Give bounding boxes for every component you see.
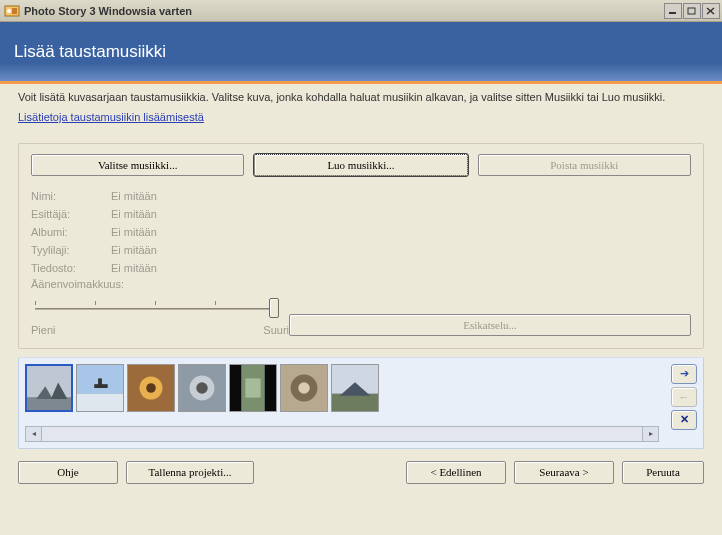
move-right-button[interactable]: ➔ bbox=[671, 364, 697, 384]
scroll-right-button[interactable]: ▸ bbox=[642, 427, 658, 441]
thumbnail[interactable] bbox=[76, 364, 124, 412]
move-left-button: ← bbox=[671, 387, 697, 407]
meta-artist-value: Ei mitään bbox=[111, 208, 691, 220]
back-button[interactable]: < Edellinen bbox=[406, 461, 506, 484]
meta-genre-label: Tyylilaji: bbox=[31, 244, 111, 256]
meta-name-label: Nimi: bbox=[31, 190, 111, 202]
thumbnail[interactable] bbox=[178, 364, 226, 412]
svg-rect-14 bbox=[98, 378, 102, 388]
delete-button[interactable]: ✕ bbox=[671, 410, 697, 430]
meta-genre-value: Ei mitään bbox=[111, 244, 691, 256]
cancel-button[interactable]: Peruuta bbox=[622, 461, 704, 484]
wizard-nav: Ohje Tallenna projekti... < Edellinen Se… bbox=[0, 449, 722, 496]
meta-name-value: Ei mitään bbox=[111, 190, 691, 202]
arrow-left-icon: ← bbox=[679, 391, 690, 403]
close-button[interactable] bbox=[702, 3, 720, 19]
meta-file-value: Ei mitään bbox=[111, 262, 691, 274]
svg-point-17 bbox=[146, 383, 156, 393]
meta-file-label: Tiedosto: bbox=[31, 262, 111, 274]
thumbnail[interactable] bbox=[331, 364, 379, 412]
save-project-button[interactable]: Tallenna projekti... bbox=[126, 461, 254, 484]
meta-album-label: Albumi: bbox=[31, 226, 111, 238]
metadata-grid: Nimi: Ei mitään Esittäjä: Ei mitään Albu… bbox=[31, 190, 691, 274]
intro-text: Voit lisätä kuvasarjaan taustamusiikkia.… bbox=[18, 90, 704, 105]
create-music-button[interactable]: Luo musiikki... bbox=[254, 154, 467, 176]
scroll-left-button[interactable]: ◂ bbox=[26, 427, 42, 441]
thumbnail[interactable] bbox=[229, 364, 277, 412]
window-title: Photo Story 3 Windowsia varten bbox=[24, 5, 663, 17]
meta-album-value: Ei mitään bbox=[111, 226, 691, 238]
x-icon: ✕ bbox=[680, 413, 689, 426]
volume-slider[interactable] bbox=[31, 298, 289, 322]
svg-point-27 bbox=[298, 382, 310, 394]
svg-rect-8 bbox=[27, 397, 71, 410]
title-bar: Photo Story 3 Windowsia varten bbox=[0, 0, 722, 22]
wizard-header: Lisää taustamusiikki bbox=[0, 22, 722, 84]
arrow-right-icon: ➔ bbox=[680, 367, 689, 380]
svg-rect-29 bbox=[332, 394, 378, 411]
horizontal-scrollbar[interactable]: ◂ ▸ bbox=[25, 426, 659, 442]
help-button[interactable]: Ohje bbox=[18, 461, 118, 484]
music-panel: Valitse musiikki... Luo musiikki... Pois… bbox=[18, 143, 704, 349]
minimize-button[interactable] bbox=[664, 3, 682, 19]
svg-rect-24 bbox=[245, 378, 260, 397]
filmstrip bbox=[25, 364, 659, 422]
volume-label: Äänenvoimakkuus: bbox=[31, 278, 691, 290]
help-link[interactable]: Lisätietoja taustamusiikin lisäämisestä bbox=[18, 111, 704, 123]
slider-thumb[interactable] bbox=[269, 298, 279, 318]
wizard-title: Lisää taustamusiikki bbox=[14, 42, 166, 62]
thumbnail[interactable] bbox=[127, 364, 175, 412]
select-music-button[interactable]: Valitse musiikki... bbox=[31, 154, 244, 176]
thumbnail[interactable] bbox=[25, 364, 73, 412]
svg-point-20 bbox=[196, 382, 208, 394]
svg-rect-4 bbox=[688, 8, 695, 14]
next-button[interactable]: Seuraava > bbox=[514, 461, 614, 484]
volume-min-label: Pieni bbox=[31, 324, 55, 336]
remove-music-button: Poista musiikki bbox=[478, 154, 691, 176]
svg-point-1 bbox=[7, 9, 11, 13]
svg-rect-21 bbox=[230, 365, 242, 411]
svg-rect-12 bbox=[77, 394, 123, 411]
app-icon bbox=[4, 3, 20, 19]
filmstrip-panel: ➔ ← ✕ ◂ ▸ bbox=[18, 357, 704, 449]
svg-rect-2 bbox=[12, 8, 17, 14]
thumbnail[interactable] bbox=[280, 364, 328, 412]
maximize-button[interactable] bbox=[683, 3, 701, 19]
preview-button: Esikatselu... bbox=[289, 314, 691, 336]
scroll-track[interactable] bbox=[42, 427, 642, 441]
meta-artist-label: Esittäjä: bbox=[31, 208, 111, 220]
volume-max-label: Suuri bbox=[263, 324, 289, 336]
svg-rect-22 bbox=[265, 365, 277, 411]
